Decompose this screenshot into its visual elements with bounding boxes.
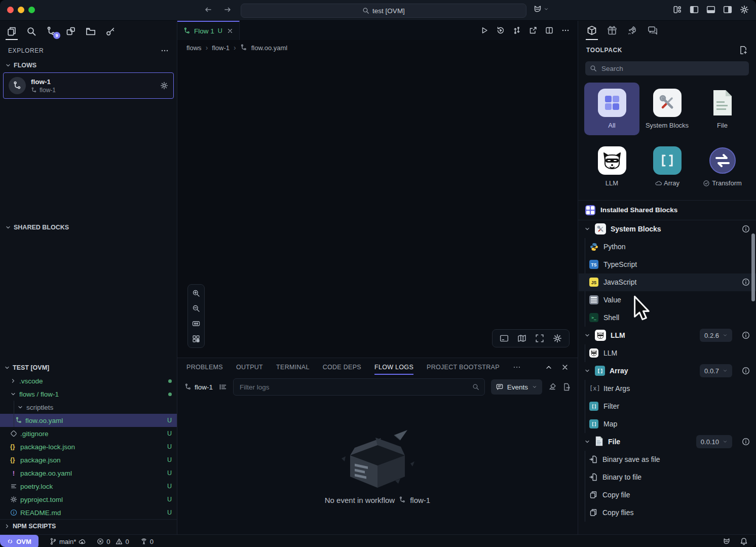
toolpack-tab-icon[interactable]: [584, 21, 599, 40]
toggle-left-sidebar-icon[interactable]: [690, 5, 699, 14]
back-button[interactable]: [203, 4, 214, 15]
toggle-bottom-panel-icon[interactable]: [706, 5, 715, 14]
llm-version-dropdown[interactable]: 0.2.6: [700, 329, 732, 342]
tree-item-package-oo-yaml[interactable]: ! package.oo.yaml U: [0, 466, 177, 480]
forward-button[interactable]: [222, 4, 233, 15]
block-iter-args[interactable]: [x] Iter Args: [585, 380, 756, 398]
tree-item-vscode[interactable]: .vscode: [0, 374, 177, 387]
flow-settings-gear-icon[interactable]: [160, 82, 168, 90]
explorer-files-icon[interactable]: [4, 23, 19, 40]
category-llm[interactable]: LLM: [584, 140, 639, 193]
logs-flow-selector[interactable]: flow-1: [184, 383, 213, 391]
tree-item-flows-flow-1[interactable]: flows / flow-1: [0, 387, 177, 401]
category-all[interactable]: All: [584, 83, 639, 135]
tree-item-gitignore[interactable]: .gitignore U: [0, 427, 177, 440]
command-center-search[interactable]: test [OVM]: [241, 4, 526, 18]
block-copy-file[interactable]: Copy file: [585, 486, 756, 504]
category-transform[interactable]: Transform: [695, 140, 750, 193]
tree-item-flow-oo-yaml[interactable]: flow.oo.yaml U: [0, 414, 177, 427]
explorer-more-icon[interactable]: [161, 47, 169, 55]
fit-view-icon[interactable]: [188, 316, 204, 331]
tree-item-poetry-lock[interactable]: poetry.lock U: [0, 480, 177, 493]
block-javascript[interactable]: JS JavaScript: [579, 274, 756, 291]
canvas-settings-gear-icon[interactable]: [553, 334, 562, 343]
toolpack-search-input[interactable]: [600, 64, 744, 73]
flows-section-header[interactable]: FLOWS: [0, 59, 177, 71]
tab-problems[interactable]: PROBLEMS: [186, 358, 223, 376]
tab-project-bootstrap[interactable]: PROJECT BOOTSTRAP: [427, 358, 500, 376]
close-window-button[interactable]: [7, 7, 14, 13]
settings-gear-icon[interactable]: [740, 5, 749, 14]
tab-output[interactable]: OUTPUT: [236, 358, 263, 376]
export-logs-icon[interactable]: [562, 383, 571, 391]
category-file[interactable]: File: [695, 83, 750, 135]
tab-flow-logs[interactable]: FLOW LOGS: [374, 358, 413, 376]
zoom-in-icon[interactable]: [188, 286, 204, 301]
info-icon[interactable]: [742, 438, 750, 446]
notifications-bell-icon[interactable]: [740, 537, 748, 545]
section-llm[interactable]: LLM 0.2.6: [578, 327, 756, 344]
split-editor-icon[interactable]: [545, 26, 553, 34]
zoom-window-button[interactable]: [28, 7, 35, 13]
tree-item-pyproject-toml[interactable]: pyproject.toml U: [0, 493, 177, 506]
block-typescript[interactable]: TS TypeScript: [585, 256, 756, 274]
filter-logs-input[interactable]: [239, 383, 472, 392]
toolpack-search-field[interactable]: [585, 61, 749, 75]
customize-layout-icon[interactable]: [673, 5, 682, 14]
run-flow-icon[interactable]: [480, 26, 488, 34]
category-system-blocks[interactable]: System Blocks: [639, 83, 695, 135]
workspace-header[interactable]: TEST [OVM]: [0, 361, 177, 374]
array-version-dropdown[interactable]: 0.0.7: [700, 364, 732, 377]
block-shell[interactable]: >_ Shell: [585, 309, 756, 327]
info-icon[interactable]: [742, 278, 750, 286]
info-icon[interactable]: [742, 331, 750, 339]
block-map[interactable]: Map: [585, 415, 756, 433]
zoom-out-icon[interactable]: [188, 301, 204, 316]
block-llm[interactable]: LLM: [585, 344, 756, 362]
rerun-flow-icon[interactable]: [497, 26, 505, 34]
block-binary-save-as-file[interactable]: Binary save as file: [585, 451, 756, 468]
category-array[interactable]: Array: [639, 140, 695, 193]
minimap-icon[interactable]: [517, 334, 526, 343]
info-icon[interactable]: [742, 225, 750, 233]
export-flow-icon[interactable]: [529, 26, 537, 34]
remote-indicator[interactable]: OVM: [0, 535, 39, 547]
block-binary-to-file[interactable]: Binary to file: [585, 468, 756, 486]
folder-icon[interactable]: [83, 23, 98, 40]
block-filter[interactable]: Filter: [585, 398, 756, 415]
block-value[interactable]: Value: [585, 291, 756, 309]
more-actions-icon[interactable]: [561, 26, 570, 34]
filter-logs-field[interactable]: [233, 378, 485, 396]
clear-logs-icon[interactable]: [548, 383, 556, 391]
maximize-panel-icon[interactable]: [545, 364, 552, 371]
toggle-right-sidebar-icon[interactable]: [723, 5, 732, 14]
problems-status[interactable]: 0 0: [97, 538, 129, 545]
scrollbar-thumb[interactable]: [751, 233, 755, 301]
assistant-cat-icon[interactable]: [723, 537, 731, 545]
assistant-menu[interactable]: [533, 5, 549, 14]
flows-icon[interactable]: 9: [44, 23, 59, 40]
section-array[interactable]: Array 0.0.7: [578, 362, 756, 380]
console-panel-icon[interactable]: [500, 334, 509, 343]
chat-tab-icon[interactable]: [645, 21, 660, 40]
blocks-icon[interactable]: [63, 23, 79, 40]
tree-item-readme-md[interactable]: README.md U: [0, 506, 177, 519]
fullscreen-icon[interactable]: [535, 334, 544, 343]
tab-flow-1[interactable]: Flow 1 U: [177, 21, 240, 40]
info-icon[interactable]: [742, 367, 750, 375]
tree-item-package-json[interactable]: {} package.json U: [0, 453, 177, 466]
breadcrumb-flow-1[interactable]: flow-1: [212, 44, 230, 52]
key-icon[interactable]: [103, 23, 118, 40]
panel-more-icon[interactable]: [513, 363, 521, 371]
block-python[interactable]: Python: [585, 238, 756, 256]
tab-terminal[interactable]: TERMINAL: [276, 358, 310, 376]
shared-blocks-section-header[interactable]: SHARED BLOCKS: [0, 221, 177, 233]
flow-list-item[interactable]: flow-1 flow-1: [3, 72, 174, 99]
tree-item-package-lock-json[interactable]: {} package-lock.json U: [0, 440, 177, 453]
ports-status[interactable]: 0: [140, 538, 154, 545]
marketplace-gift-icon[interactable]: [604, 21, 620, 40]
tree-item-scriptlets[interactable]: scriptlets: [0, 401, 177, 414]
minimize-window-button[interactable]: [18, 7, 24, 13]
new-toolpack-icon[interactable]: [739, 46, 748, 55]
breadcrumb-file[interactable]: flow.oo.yaml: [251, 44, 288, 52]
